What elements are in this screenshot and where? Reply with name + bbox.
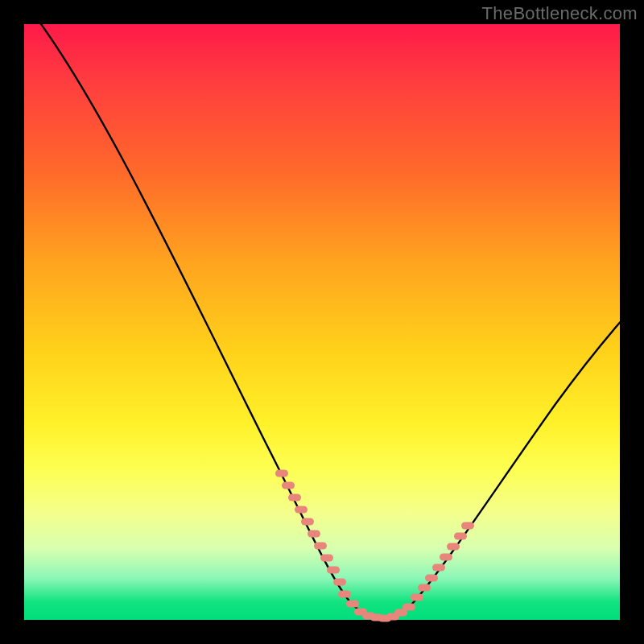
dot-marker xyxy=(333,579,346,586)
dot-marker xyxy=(418,584,431,592)
dot-marker xyxy=(288,494,301,502)
dot-marker xyxy=(308,530,320,538)
dot-marker xyxy=(440,554,452,561)
dot-marker xyxy=(301,518,314,526)
dot-marker xyxy=(314,543,327,550)
watermark-text: TheBottleneck.com xyxy=(482,3,638,24)
chart-frame: TheBottleneck.com xyxy=(0,0,644,644)
dot-marker xyxy=(275,470,288,477)
dot-marker xyxy=(425,575,438,582)
chart-svg xyxy=(24,24,620,620)
right-dotted-segment xyxy=(411,522,474,601)
dot-marker xyxy=(454,533,467,540)
left-dotted-segment xyxy=(275,470,346,586)
bottleneck-curve xyxy=(24,2,636,618)
dot-marker xyxy=(461,522,474,530)
dot-marker xyxy=(327,567,340,574)
dot-marker xyxy=(338,591,351,598)
dot-marker xyxy=(320,555,333,562)
bottom-dotted-segment xyxy=(338,591,415,622)
dot-marker xyxy=(295,506,308,514)
dot-marker xyxy=(282,482,295,489)
dot-marker xyxy=(447,543,460,551)
dot-marker xyxy=(432,564,445,572)
plot-area xyxy=(24,24,620,620)
dot-marker xyxy=(402,604,415,611)
dot-marker xyxy=(411,594,423,601)
dot-marker xyxy=(346,601,359,608)
